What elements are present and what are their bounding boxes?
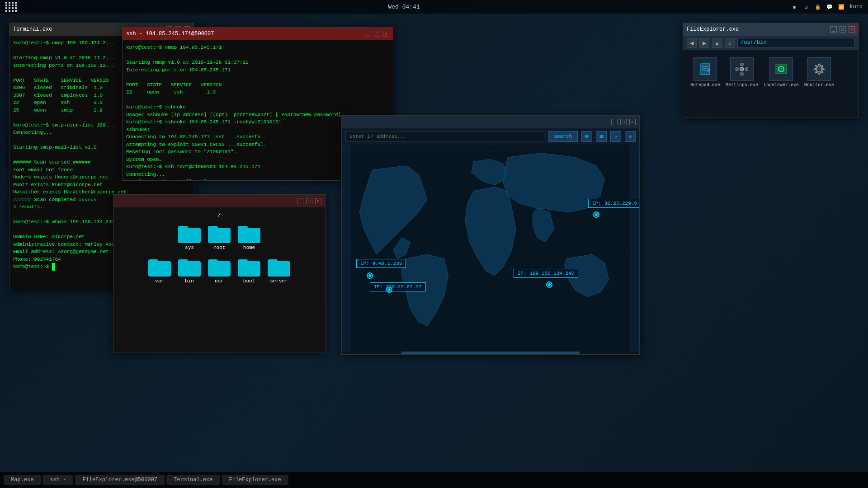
fileexp-forward-btn[interactable]: ▶	[699, 38, 709, 48]
fileexp-large-close-btn[interactable]: ✕	[849, 26, 855, 33]
fileexp-small-minimize-btn[interactable]: _	[297, 198, 303, 204]
folder-var[interactable]: var	[148, 258, 171, 284]
logviewer-label: LogViewer.exe	[764, 83, 799, 88]
taskbar-terminal[interactable]: Terminal.exe	[166, 475, 220, 485]
map-maximize-btn[interactable]: □	[620, 119, 627, 125]
ssh-close-btn[interactable]: ✕	[383, 31, 389, 37]
app-settings[interactable]: Settings.exe	[726, 57, 758, 110]
svg-rect-0	[701, 64, 710, 75]
fileexp-large-toolbar: ◀ ▶ ▲ ⌂ /usr/bin	[683, 36, 859, 50]
folder-home[interactable]: home	[238, 224, 260, 250]
fileexp-back-btn[interactable]: ◀	[687, 38, 697, 48]
taskbar-ssh[interactable]: ssh -	[42, 475, 73, 485]
ssh-line: kuro@test:~$ sshnuke	[126, 103, 389, 111]
folder-root-icon	[208, 224, 231, 243]
terminal-line: Puntz exists Puntz@nicorpe.net	[13, 181, 190, 189]
folder-sys-icon	[178, 224, 201, 243]
folder-bin-icon	[178, 258, 201, 277]
folder-sys-label: sys	[185, 245, 194, 250]
ssh-line: Starting nmap v1.0 at 2018-11-28 01:37:1…	[126, 59, 389, 66]
map-minimize-btn[interactable]: _	[611, 119, 618, 125]
username: kuro	[849, 4, 863, 10]
folder-var-icon	[148, 258, 171, 277]
map-share-btn[interactable]: ⇗	[610, 131, 621, 142]
svg-rect-7	[741, 73, 743, 75]
ssh-minimize-btn[interactable]: _	[365, 31, 371, 37]
world-map	[342, 145, 639, 352]
fileexp-large-minimize-btn[interactable]: _	[830, 26, 837, 33]
terminal-title: Terminal.exe	[13, 26, 52, 33]
svg-rect-8	[736, 68, 738, 70]
app-notepad[interactable]: Notepad.exe	[690, 57, 720, 110]
settings-label: Settings.exe	[726, 83, 758, 88]
map-scrollbar-thumb[interactable]	[401, 352, 580, 354]
folder-usr[interactable]: usr	[208, 258, 231, 284]
chat-icon: 💬	[826, 3, 833, 10]
taskbar-map[interactable]: Map.exe	[4, 475, 41, 485]
map-dot-2	[367, 272, 373, 279]
svg-point-5	[741, 68, 743, 70]
ip-label-3: IP: 220.29.67.37	[370, 282, 426, 291]
map-dot-3	[386, 286, 392, 293]
fileexp-up-btn[interactable]: ▲	[712, 38, 722, 48]
map-toolbar: Search 👁 ⊞ ⇗ ✕	[342, 128, 639, 145]
fileexp-small-close-btn[interactable]: ✕	[315, 198, 321, 204]
monitor-app-icon	[807, 57, 831, 81]
ip-label-2: IP: 9.48.1.233	[356, 259, 406, 268]
fileexp-small-window: _ □ ✕ / sys root home	[113, 194, 326, 352]
lock-icon: 🔒	[814, 3, 821, 10]
app-logviewer[interactable]: LogViewer.exe	[764, 57, 799, 110]
folder-usr-icon	[208, 258, 231, 277]
ssh-line: kuro@test:~$ nmap 194.85.245.171	[126, 44, 389, 52]
folder-home-icon	[238, 224, 260, 243]
folder-usr-label: usr	[215, 278, 224, 284]
ssh-maximize-btn[interactable]: □	[374, 31, 380, 37]
ssh-line: PORT STATE SERVICE VERSION	[126, 81, 389, 89]
svg-point-16	[781, 70, 782, 70]
map-close-btn[interactable]: ✕	[629, 119, 636, 125]
topbar: Wed 04:41 ▣ ⊡ 🔒 💬 📶 kuro	[0, 0, 868, 14]
notepad-label: Notepad.exe	[690, 83, 720, 88]
folder-var-label: var	[155, 278, 164, 284]
fileexp-home-btn[interactable]: ⌂	[725, 38, 735, 48]
fileexp-large-title: FileExplorer.exe	[687, 26, 739, 33]
map-body[interactable]: IP: 32.23.229.6 IP: 9.48.1.233 IP: 220.2…	[342, 145, 639, 352]
map-settings-btn[interactable]: ✕	[625, 131, 636, 142]
ssh-title: ssh - 194.85.245.171@500007	[126, 31, 214, 37]
map-scrollbar[interactable]	[342, 352, 639, 354]
desktop: Wed 04:41 ▣ ⊡ 🔒 💬 📶 kuro Terminal.exe _ …	[0, 0, 868, 488]
folder-root[interactable]: root	[208, 224, 231, 250]
fileexp-large-window: FileExplorer.exe _ □ ✕ ◀ ▶ ▲ ⌂ /usr/bin	[683, 23, 859, 117]
folder-bin[interactable]: bin	[178, 258, 201, 284]
folder-sys[interactable]: sys	[178, 224, 201, 250]
folder-bin-label: bin	[185, 278, 194, 284]
app-grid-icon[interactable]	[5, 2, 17, 12]
ssh-line: 22 open ssh 1.0	[126, 89, 389, 96]
folder-home-label: home	[243, 245, 255, 250]
ssh-line: Interesting ports on 194.85.245.171	[126, 66, 389, 74]
app-monitor[interactable]: Monitor.exe	[804, 57, 834, 110]
taskbar-fileexp-remote[interactable]: FileExplorer.exe@500007	[75, 475, 165, 485]
wifi-icon: 📶	[838, 3, 845, 10]
ssh-line	[126, 74, 389, 81]
folder-boot[interactable]: boot	[238, 258, 260, 284]
taskbar: Map.exe ssh - FileExplorer.exe@500007 Te…	[0, 472, 868, 488]
folder-server[interactable]: server	[268, 258, 290, 284]
fileexp-large-maximize-btn[interactable]: □	[840, 26, 846, 33]
fileexp-small-maximize-btn[interactable]: □	[306, 198, 312, 204]
fileexp-small-body: / sys root home var	[113, 207, 325, 352]
folder-boot-label: boot	[243, 278, 255, 284]
monitor-app-label: Monitor.exe	[804, 83, 834, 88]
map-ip-input[interactable]	[345, 131, 544, 142]
map-dot-1	[593, 211, 599, 218]
monitor-icon: ▣	[791, 3, 798, 10]
fileexp-small-titlebar: _ □ ✕	[113, 195, 325, 207]
logviewer-icon	[769, 57, 793, 81]
taskbar-fileexp-local[interactable]: FileExplorer.exe	[222, 475, 288, 485]
map-eye-btn[interactable]: 👁	[581, 131, 592, 142]
fileexp-large-icons: Notepad.exe Settings.exe	[683, 50, 859, 117]
folder-server-icon	[268, 258, 290, 277]
fileexp-path-bar[interactable]: /usr/bin	[737, 38, 855, 48]
map-search-btn[interactable]: Search	[548, 131, 578, 142]
map-display-btn[interactable]: ⊞	[596, 131, 607, 142]
